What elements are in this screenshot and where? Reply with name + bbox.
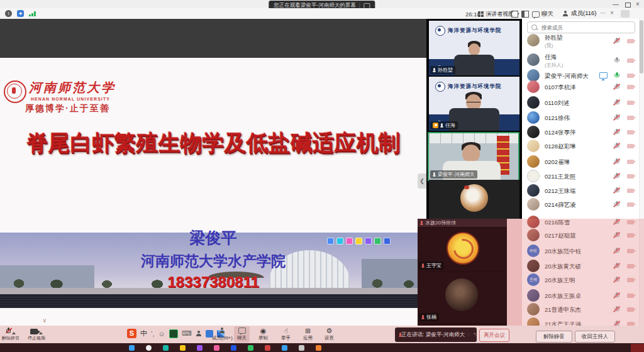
taskbar-app-icon[interactable] [146,345,152,351]
unmute-all-button[interactable]: 解除静音 [536,331,572,343]
member-name: 0217赵聪慧 [545,232,576,240]
slide-title: 脊尾白虾繁殖生物学及低盐碱适应机制 [0,128,426,158]
taskbar-app-icon[interactable] [129,345,135,351]
member-row[interactable]: 0211王龙照 [522,168,639,184]
video-tile-camera-off[interactable]: 王宇宝 [418,228,507,271]
voice-input-icon[interactable] [169,329,178,338]
settings-button[interactable]: ⚙ 设置 [321,326,337,343]
member-row[interactable]: 任海 (主持人) [522,52,639,69]
mic-muted-icon [614,142,620,150]
member-row[interactable]: 0217赵聪慧 [522,228,639,243]
mic-muted-icon [614,247,620,255]
participant-name: 王宇宝 [426,262,441,269]
close-button[interactable]: × [636,1,640,8]
panel-close-button[interactable]: × [610,9,614,16]
grid-view-icon [478,11,484,17]
member-row[interactable]: 王明 20水族王明 [522,272,639,287]
apps-button[interactable]: ⊞ 应用 [300,326,316,343]
shared-screen-area: 河南师范大学 HENAN NORMAL UNIVERSITY 厚德博学·止于至善… [0,19,426,327]
mic-muted-icon [421,263,425,268]
unmute-control[interactable]: 解除静音 [0,327,21,341]
meeting-info-icon[interactable]: ! [5,10,12,17]
video-tile-camera-off[interactable]: 张楠 [418,272,507,322]
reclaim-host-button[interactable]: 收回主持人 [575,331,615,343]
camera-icon [30,329,38,334]
participant-name: 梁俊平-河南师大 [438,171,475,178]
camera-off-icon [627,58,634,63]
raise-hand-button[interactable]: ☝ 举手 [278,326,294,343]
member-row[interactable]: 0107李杭泽 [522,79,639,94]
presenter-affiliation: 河南师范大学水产学院 [0,251,426,271]
avatar: 中钰 [527,245,540,257]
mic-muted-icon [614,262,620,270]
taskbar-app-icon[interactable] [299,345,304,351]
member-row[interactable]: 20水族黄天硕 [522,258,639,273]
panel-collapse-handle[interactable]: ❮ [418,173,426,189]
punctuation-icon[interactable]: ’, [151,330,155,338]
mic-muted-icon [614,187,620,194]
taskbar-app-icon[interactable] [231,345,236,351]
keyboard-icon[interactable]: ⌨ [182,329,192,338]
member-row[interactable]: 21普通申东杰 [522,302,639,317]
taskbar-app-icon[interactable] [282,345,287,351]
panel-more-button[interactable]: ⋯ [600,9,606,16]
taskbar-app-icon[interactable] [214,345,219,351]
member-row[interactable]: 0212王珠瑞 [522,183,639,198]
more-videos-chevron[interactable]: ∨ [0,317,89,324]
video-tile[interactable]: 海洋资源与环境学院 ~ 孙胜堃 [429,21,519,75]
search-input[interactable] [540,23,631,32]
member-row[interactable]: 0110刘述 [522,95,639,110]
member-name: 0216陈雪 [545,219,570,227]
scrollbar-thumb[interactable] [640,20,643,74]
security-shield-icon[interactable]: ◆ [17,10,24,17]
sogou-ime-icon[interactable]: S [127,329,136,338]
panel-collapse-button[interactable] [621,10,630,18]
university-emblem [4,80,26,103]
university-motto: 厚德博学·止于至善 [25,103,110,114]
speaking-text: 正在讲话: 梁俊平-河南师大 [401,331,465,339]
member-row[interactable]: 0202崔琳 [522,154,639,169]
taskbar-app-icon[interactable] [265,345,270,351]
taskbar-app-icon[interactable] [197,345,203,351]
layout-toggle-icon[interactable] [521,11,529,18]
member-row[interactable]: 孙胜堃 (我) [522,31,639,50]
member-row[interactable]: 0124张季萍 [522,124,639,140]
chat-button[interactable]: 聊天 [532,10,553,18]
mic-active-icon [614,72,620,79]
dog-avatar [460,184,488,212]
mic-icon [433,68,436,73]
maximize-button[interactable] [625,3,631,8]
taskbar-app-icon[interactable] [316,345,321,351]
audio-icon: ◌ [467,332,470,338]
chat-button-inner[interactable]: 聊天 [234,326,250,343]
record-button[interactable]: ◉ 录制 [255,326,271,343]
ime-account-icon[interactable] [196,331,202,337]
tab-members[interactable]: 成员(116) [562,9,596,18]
members-button[interactable]: 成员(99+) [209,326,236,343]
member-row[interactable]: 0128赵彩琳 [522,138,639,153]
avatar-text: 王明 [530,278,537,282]
member-row[interactable]: 0121徐伟 [522,110,639,125]
person-icon [219,327,225,334]
member-row[interactable]: 20水族王振卓 [522,288,639,303]
member-row[interactable]: 0214薛艺凌 [522,197,639,212]
video-tile-active-speaker[interactable]: 梁俊平-河南师大 [428,132,519,181]
chat-bubble-icon [532,11,540,18]
fullscreen-icon[interactable] [511,11,518,18]
emoji-icon[interactable]: ☺ [158,330,165,338]
video-tile[interactable]: 海洋资源与环境学院 ~ 任海 [429,77,519,131]
taskbar-app-icon[interactable] [180,345,186,351]
video-tile-camera-off[interactable] [429,180,519,219]
minimize-button[interactable]: — [613,1,619,8]
taskbar-app-icon[interactable] [248,345,253,351]
member-row[interactable]: 中钰 20水族范中钰 [522,243,639,258]
avatar [527,198,540,211]
avatar [527,53,540,66]
stop-video-control[interactable]: 停止视频 [23,327,50,341]
ime-mode-toggle[interactable]: 中 [140,329,147,338]
chevron-up-icon[interactable] [12,332,16,334]
taskbar-app-icon[interactable] [163,345,169,351]
leave-meeting-button[interactable]: 离开会议 [479,329,509,342]
avatar [527,216,540,228]
mic-icon [614,57,620,64]
